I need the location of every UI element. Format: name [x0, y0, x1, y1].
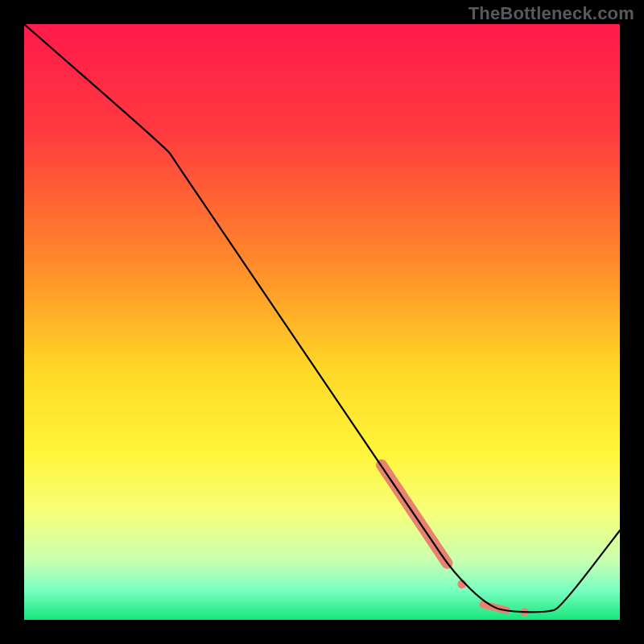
chart-frame: TheBottleneck.com	[0, 0, 644, 644]
gradient-background	[24, 24, 620, 620]
watermark-label: TheBottleneck.com	[469, 3, 634, 24]
bottleneck-chart	[24, 24, 620, 620]
plot-area	[24, 24, 620, 620]
